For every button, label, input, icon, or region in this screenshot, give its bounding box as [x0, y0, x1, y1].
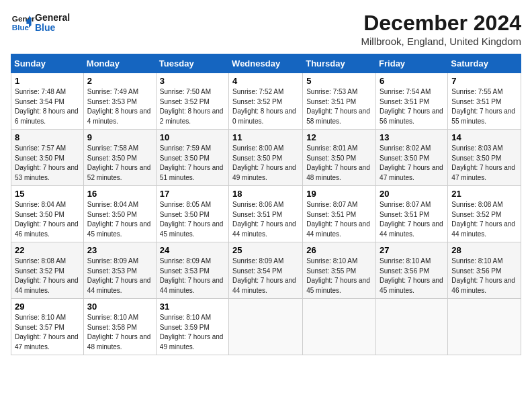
day-info: Sunrise: 8:09 AM Sunset: 3:54 PM Dayligh… [232, 257, 299, 295]
day-number: 10 [160, 132, 225, 142]
daylight-label: Daylight: 7 hours and 46 minutes. [15, 220, 79, 238]
sunset-label: Sunset: 3:50 PM [380, 154, 429, 162]
day-number: 17 [160, 189, 225, 199]
sunset-label: Sunset: 3:52 PM [451, 211, 501, 218]
sunrise-label: Sunrise: 8:00 AM [232, 144, 283, 152]
day-info: Sunrise: 8:07 AM Sunset: 3:51 PM Dayligh… [380, 200, 444, 239]
day-number: 27 [380, 245, 444, 255]
day-info: Sunrise: 8:05 AM Sunset: 3:50 PM Dayligh… [160, 200, 225, 239]
col-tuesday: Tuesday [156, 54, 228, 73]
daylight-label: Daylight: 7 hours and 44 minutes. [451, 220, 515, 238]
day-info: Sunrise: 8:06 AM Sunset: 3:51 PM Dayligh… [232, 200, 299, 239]
sunrise-label: Sunrise: 8:10 AM [451, 257, 502, 265]
table-row: 14 Sunrise: 8:03 AM Sunset: 3:50 PM Dayl… [448, 130, 521, 186]
daylight-label: Daylight: 7 hours and 52 minutes. [87, 164, 151, 181]
day-number: 11 [232, 132, 299, 142]
sunrise-label: Sunrise: 8:01 AM [306, 144, 357, 152]
sunrise-label: Sunrise: 8:09 AM [87, 257, 138, 265]
sunset-label: Sunset: 3:50 PM [451, 154, 501, 162]
sunrise-label: Sunrise: 8:10 AM [15, 314, 66, 321]
sunset-label: Sunset: 3:52 PM [160, 98, 210, 105]
day-number: 5 [306, 76, 372, 86]
day-info: Sunrise: 7:53 AM Sunset: 3:51 PM Dayligh… [306, 87, 372, 126]
day-number: 14 [451, 132, 517, 142]
table-row: 25 Sunrise: 8:09 AM Sunset: 3:54 PM Dayl… [229, 242, 303, 299]
sunrise-label: Sunrise: 8:10 AM [160, 314, 211, 321]
svg-text:General: General [12, 14, 35, 23]
sunrise-label: Sunrise: 8:07 AM [380, 201, 431, 208]
table-row: 31 Sunrise: 8:10 AM Sunset: 3:59 PM Dayl… [156, 299, 228, 355]
sunrise-label: Sunrise: 7:53 AM [306, 88, 357, 95]
day-number: 15 [15, 189, 80, 199]
sunset-label: Sunset: 3:58 PM [87, 324, 137, 331]
daylight-label: Daylight: 7 hours and 45 minutes. [306, 277, 370, 294]
logo-icon: General Blue [11, 11, 35, 35]
sunset-label: Sunset: 3:53 PM [160, 267, 210, 275]
sunset-label: Sunset: 3:54 PM [15, 98, 64, 105]
sunrise-label: Sunrise: 7:50 AM [160, 88, 211, 95]
day-number: 30 [87, 302, 152, 312]
day-info: Sunrise: 7:48 AM Sunset: 3:54 PM Dayligh… [15, 87, 80, 126]
sunrise-label: Sunrise: 7:58 AM [87, 144, 138, 152]
sunrise-label: Sunrise: 7:55 AM [451, 88, 502, 95]
day-number: 24 [160, 245, 225, 255]
daylight-label: Daylight: 7 hours and 44 minutes. [232, 220, 296, 238]
sunset-label: Sunset: 3:51 PM [306, 98, 356, 105]
sunset-label: Sunset: 3:52 PM [232, 98, 282, 105]
day-info: Sunrise: 8:08 AM Sunset: 3:52 PM Dayligh… [451, 200, 517, 239]
day-info: Sunrise: 8:02 AM Sunset: 3:50 PM Dayligh… [380, 144, 444, 183]
daylight-label: Daylight: 8 hours and 6 minutes. [15, 107, 79, 125]
logo-general: General [35, 13, 70, 23]
table-row: 19 Sunrise: 8:07 AM Sunset: 3:51 PM Dayl… [303, 186, 376, 242]
sunrise-label: Sunrise: 8:02 AM [380, 144, 431, 152]
daylight-label: Daylight: 7 hours and 44 minutes. [380, 220, 443, 238]
day-number: 18 [232, 189, 299, 199]
sunrise-label: Sunrise: 7:48 AM [15, 88, 66, 95]
day-number: 8 [15, 132, 80, 142]
table-row: 1 Sunrise: 7:48 AM Sunset: 3:54 PM Dayli… [11, 73, 84, 130]
table-row: 16 Sunrise: 8:04 AM Sunset: 3:50 PM Dayl… [83, 186, 156, 242]
table-row: 20 Sunrise: 8:07 AM Sunset: 3:51 PM Dayl… [376, 186, 448, 242]
sunrise-label: Sunrise: 7:54 AM [380, 88, 431, 95]
daylight-label: Daylight: 7 hours and 46 minutes. [451, 277, 515, 294]
calendar-subtitle: Millbrook, England, United Kingdom [361, 36, 521, 47]
sunrise-label: Sunrise: 8:08 AM [451, 201, 502, 208]
sunset-label: Sunset: 3:56 PM [451, 267, 501, 275]
daylight-label: Daylight: 8 hours and 0 minutes. [232, 107, 296, 125]
day-number: 28 [451, 245, 517, 255]
day-info: Sunrise: 8:04 AM Sunset: 3:50 PM Dayligh… [87, 200, 152, 239]
daylight-label: Daylight: 7 hours and 44 minutes. [160, 277, 224, 294]
table-row: 12 Sunrise: 8:01 AM Sunset: 3:50 PM Dayl… [303, 130, 376, 186]
table-row: 4 Sunrise: 7:52 AM Sunset: 3:52 PM Dayli… [229, 73, 303, 130]
daylight-label: Daylight: 7 hours and 47 minutes. [451, 164, 515, 181]
day-number: 22 [15, 245, 80, 255]
day-info: Sunrise: 8:09 AM Sunset: 3:53 PM Dayligh… [160, 257, 225, 295]
day-info: Sunrise: 8:01 AM Sunset: 3:50 PM Dayligh… [306, 144, 372, 183]
table-row: 22 Sunrise: 8:08 AM Sunset: 3:52 PM Dayl… [11, 242, 84, 299]
daylight-label: Daylight: 7 hours and 58 minutes. [306, 107, 370, 125]
daylight-label: Daylight: 7 hours and 44 minutes. [15, 277, 79, 294]
table-row: 30 Sunrise: 8:10 AM Sunset: 3:58 PM Dayl… [83, 299, 156, 355]
sunrise-label: Sunrise: 8:05 AM [160, 201, 211, 208]
calendar-table: Sunday Monday Tuesday Wednesday Thursday… [11, 54, 521, 355]
day-info: Sunrise: 8:10 AM Sunset: 3:56 PM Dayligh… [451, 257, 517, 295]
sunrise-label: Sunrise: 8:08 AM [15, 257, 66, 265]
day-info: Sunrise: 7:50 AM Sunset: 3:52 PM Dayligh… [160, 87, 225, 126]
table-row [376, 299, 448, 355]
table-row [303, 299, 376, 355]
col-sunday: Sunday [11, 54, 84, 73]
sunset-label: Sunset: 3:50 PM [15, 211, 64, 218]
sunrise-label: Sunrise: 8:10 AM [306, 257, 357, 265]
day-info: Sunrise: 8:08 AM Sunset: 3:52 PM Dayligh… [15, 257, 80, 295]
sunrise-label: Sunrise: 8:07 AM [306, 201, 357, 208]
day-number: 9 [87, 132, 152, 142]
table-row: 7 Sunrise: 7:55 AM Sunset: 3:51 PM Dayli… [448, 73, 521, 130]
table-row: 15 Sunrise: 8:04 AM Sunset: 3:50 PM Dayl… [11, 186, 84, 242]
table-row: 6 Sunrise: 7:54 AM Sunset: 3:51 PM Dayli… [376, 73, 448, 130]
table-row: 26 Sunrise: 8:10 AM Sunset: 3:55 PM Dayl… [303, 242, 376, 299]
sunrise-label: Sunrise: 8:06 AM [232, 201, 283, 208]
day-info: Sunrise: 7:52 AM Sunset: 3:52 PM Dayligh… [232, 87, 299, 126]
table-row: 10 Sunrise: 7:59 AM Sunset: 3:50 PM Dayl… [156, 130, 228, 186]
day-info: Sunrise: 8:10 AM Sunset: 3:56 PM Dayligh… [380, 257, 444, 295]
day-number: 6 [380, 76, 444, 86]
